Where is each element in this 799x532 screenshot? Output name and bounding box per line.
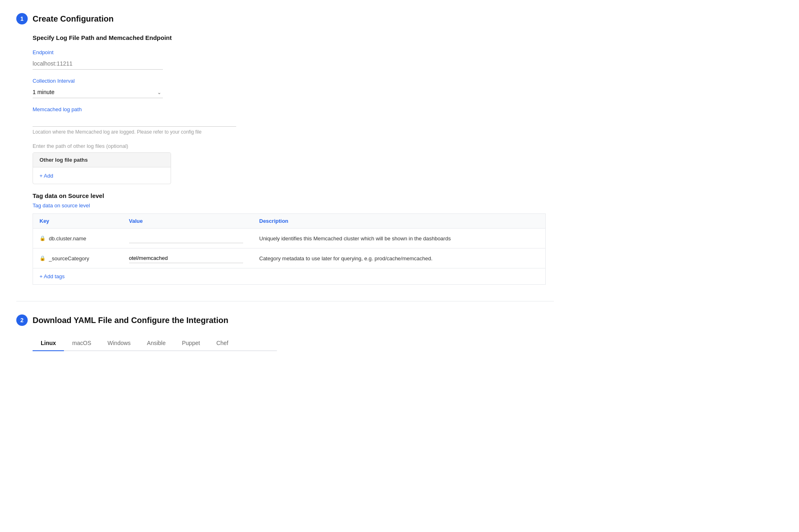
step1-form: Specify Log File Path and Memcached Endp… [33, 34, 554, 285]
key-cell-2: 🔒 _sourceCategory [33, 248, 123, 268]
add-log-path-button[interactable]: + Add [40, 173, 53, 179]
key-cell-1: 🔒 db.cluster.name [33, 229, 123, 248]
collection-interval-label: Collection Interval [33, 78, 554, 84]
subsection-title: Specify Log File Path and Memcached Endp… [33, 34, 554, 41]
step2-section: 2 Download YAML File and Configure the I… [16, 314, 554, 351]
value-cell-1 [123, 229, 253, 248]
step1-title: Create Configuration [33, 14, 114, 24]
tags-col-description: Description [253, 214, 546, 229]
description-text-2: Category metadata to use later for query… [259, 255, 433, 262]
value-cell-2 [123, 248, 253, 268]
tags-table-head: Key Value Description [33, 214, 546, 229]
tab-windows[interactable]: Windows [99, 336, 139, 351]
page-container: 1 Create Configuration Specify Log File … [0, 0, 570, 380]
table-row: 🔒 db.cluster.name Uniquely identifies th… [33, 229, 546, 248]
value-input-2[interactable] [129, 253, 243, 263]
other-log-paths-header: Other log file paths [33, 153, 171, 167]
table-row: 🔒 _sourceCategory Category metadata to u… [33, 248, 546, 268]
collection-interval-select-wrapper: 1 minute 5 minutes 10 minutes 30 minutes… [33, 86, 163, 98]
other-log-paths-box: Other log file paths + Add [33, 152, 171, 184]
collection-interval-select[interactable]: 1 minute 5 minutes 10 minutes 30 minutes… [33, 86, 163, 98]
value-input-1[interactable] [129, 233, 243, 243]
memcached-log-path-input[interactable] [33, 115, 236, 127]
key-cell-inner-2: 🔒 _sourceCategory [40, 255, 116, 262]
step2-title: Download YAML File and Configure the Int… [33, 316, 228, 325]
tag-section-subtitle: Tag data on source level [33, 202, 554, 209]
tags-col-value: Value [123, 214, 253, 229]
lock-icon: 🔒 [40, 235, 46, 241]
step2-header: 2 Download YAML File and Configure the I… [16, 314, 554, 326]
key-value-1: db.cluster.name [49, 235, 86, 242]
step1-section: 1 Create Configuration Specify Log File … [16, 13, 554, 285]
step2-form: Linux macOS Windows Ansible Puppet Chef [33, 336, 554, 351]
section-divider [16, 301, 554, 301]
tab-linux[interactable]: Linux [33, 336, 64, 351]
description-text-1: Uniquely identifies this Memcached clust… [259, 235, 451, 242]
description-cell-2: Category metadata to use later for query… [253, 248, 546, 268]
tab-macos[interactable]: macOS [64, 336, 99, 351]
add-tags-button[interactable]: + Add tags [40, 273, 65, 279]
tab-puppet[interactable]: Puppet [174, 336, 208, 351]
other-log-paths-body: + Add [33, 167, 171, 184]
tags-table-body: 🔒 db.cluster.name Uniquely identifies th… [33, 229, 546, 285]
memcached-log-path-label: Memcached log path [33, 106, 554, 112]
tags-table: Key Value Description 🔒 db.cluster.name [33, 213, 546, 285]
add-tags-row: + Add tags [33, 268, 546, 285]
tags-col-key: Key [33, 214, 123, 229]
tabs-list: Linux macOS Windows Ansible Puppet Chef [33, 336, 277, 351]
tabs-container: Linux macOS Windows Ansible Puppet Chef [33, 336, 554, 351]
step2-badge: 2 [16, 314, 28, 326]
endpoint-label: Endpoint [33, 49, 554, 55]
tags-table-header-row: Key Value Description [33, 214, 546, 229]
step1-badge: 1 [16, 13, 28, 24]
add-tags-cell: + Add tags [33, 268, 546, 285]
key-cell-inner-1: 🔒 db.cluster.name [40, 235, 116, 242]
collection-interval-field-group: Collection Interval 1 minute 5 minutes 1… [33, 78, 554, 98]
memcached-log-path-field-group: Memcached log path Location where the Me… [33, 106, 554, 135]
tab-ansible[interactable]: Ansible [139, 336, 174, 351]
lock-icon: 🔒 [40, 255, 46, 261]
memcached-log-path-hint: Location where the Memcached log are log… [33, 129, 554, 135]
key-value-2: _sourceCategory [49, 255, 89, 262]
description-cell-1: Uniquely identifies this Memcached clust… [253, 229, 546, 248]
endpoint-input[interactable] [33, 58, 163, 70]
tab-chef[interactable]: Chef [208, 336, 237, 351]
other-log-files-optional-label: Enter the path of other log files (optio… [33, 143, 554, 149]
step1-header: 1 Create Configuration [16, 13, 554, 24]
tag-section-title: Tag data on Source level [33, 192, 554, 199]
endpoint-field-group: Endpoint [33, 49, 554, 70]
other-log-files-group: Enter the path of other log files (optio… [33, 143, 554, 184]
tag-section: Tag data on Source level Tag data on sou… [33, 192, 554, 285]
